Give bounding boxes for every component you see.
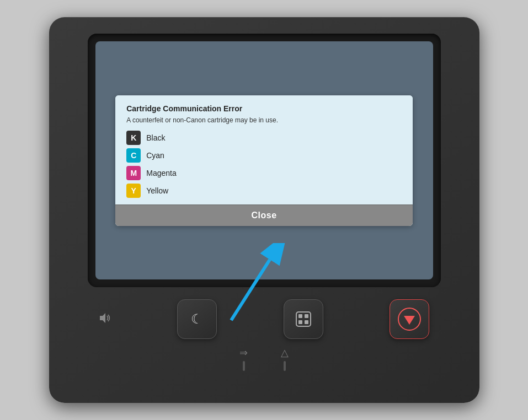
svg-marker-2 (100, 313, 105, 323)
home-button[interactable] (284, 299, 323, 339)
dialog-box: Cartridge Communication Error A counterf… (115, 95, 413, 226)
svg-rect-5 (305, 314, 308, 318)
ink-label-cyan: Cyan (146, 151, 164, 160)
ink-item-cyan: C Cyan (126, 148, 402, 163)
home-icon (294, 310, 313, 329)
ink-item-black: K Black (126, 131, 402, 145)
printer-body: Cartridge Communication Error A counterf… (49, 17, 479, 403)
dialog-subtitle: A counterfeit or non-Canon cartridge may… (126, 116, 402, 124)
ink-badge-magenta: M (126, 166, 141, 180)
stop-button[interactable] (390, 299, 429, 339)
data-indicator: ⇒ (239, 347, 248, 371)
ink-label-black: Black (146, 133, 165, 142)
svg-rect-4 (298, 314, 302, 318)
data-transfer-icon: ⇒ (239, 347, 248, 359)
sleep-icon: ☾ (191, 311, 203, 327)
warning-icon: △ (281, 347, 289, 359)
screen-wrapper: Cartridge Communication Error A counterf… (88, 34, 441, 287)
dialog-title: Cartridge Communication Error (126, 104, 402, 113)
ink-item-magenta: M Magenta (126, 166, 402, 180)
close-button[interactable]: Close (251, 211, 276, 220)
ink-item-yellow: Y Yellow (126, 184, 402, 198)
sleep-button[interactable]: ☾ (177, 299, 217, 339)
stop-triangle-icon (404, 316, 415, 325)
data-indicator-dot (243, 361, 245, 371)
warning-indicator: △ (281, 347, 289, 371)
dialog-footer[interactable]: Close (115, 204, 413, 226)
ink-badge-black: K (126, 131, 141, 145)
screen: Cartridge Communication Error A counterf… (95, 41, 433, 279)
ink-badge-yellow: Y (126, 184, 141, 198)
ink-badge-cyan: C (126, 148, 141, 163)
ink-list: K Black C Cyan M Magenta (126, 131, 402, 198)
warning-indicator-dot (284, 361, 286, 371)
ink-label-yellow: Yellow (146, 186, 168, 195)
stop-circle (398, 308, 421, 331)
speaker-icon (99, 312, 111, 327)
screen-bezel: Cartridge Communication Error A counterf… (88, 34, 441, 287)
svg-rect-6 (298, 320, 302, 324)
svg-rect-7 (305, 320, 308, 324)
ink-label-magenta: Magenta (146, 169, 176, 177)
indicator-row: ⇒ △ (88, 347, 441, 371)
svg-rect-3 (296, 312, 311, 326)
dialog-content: Cartridge Communication Error A counterf… (115, 95, 413, 204)
control-panel: ☾ (88, 299, 441, 339)
